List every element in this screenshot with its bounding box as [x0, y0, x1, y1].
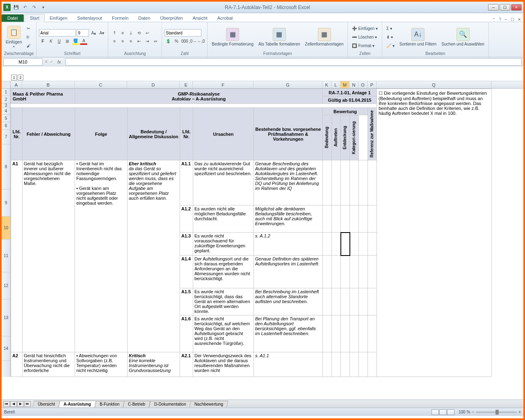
- sheet-tab-b-funktion[interactable]: B-Funktion: [94, 401, 125, 407]
- tab-nav-last[interactable]: ⏭: [24, 401, 31, 407]
- row-header-8[interactable]: 8: [2, 144, 10, 189]
- qat-menu-icon[interactable]: ▾: [39, 4, 47, 11]
- format-table-button[interactable]: ▦Als Tabelle formatieren: [257, 27, 302, 47]
- col-header-D[interactable]: D: [127, 81, 180, 88]
- autosum-icon[interactable]: Σ ▾: [385, 24, 396, 32]
- tab-einfuegen[interactable]: Einfügen: [45, 14, 72, 22]
- spreadsheet-grid[interactable]: 1 2 ABCDEFGKLMNOPQ 1234567891011121314 M…: [2, 66, 523, 399]
- dec-decimal-icon[interactable]: ←,0: [197, 37, 205, 45]
- tab-daten[interactable]: Daten: [133, 14, 155, 22]
- row-header-1[interactable]: 1: [2, 89, 10, 96]
- fill-color-icon[interactable]: 🪣: [72, 37, 79, 45]
- font-name-input[interactable]: [39, 29, 76, 37]
- tab-nav-next[interactable]: ▶: [17, 401, 24, 407]
- tab-seitenlayout[interactable]: Seitenlayout: [72, 14, 107, 22]
- indent-dec-icon[interactable]: ⇤: [135, 37, 143, 45]
- col-header-O[interactable]: O: [358, 81, 368, 88]
- outline-level-2[interactable]: 2: [18, 75, 23, 80]
- minimize-button[interactable]: ─: [488, 4, 499, 11]
- redo-icon[interactable]: ↷: [30, 4, 38, 11]
- row-header-12[interactable]: 12: [2, 272, 10, 299]
- bold-icon[interactable]: F: [39, 37, 46, 45]
- row-header-3[interactable]: 3: [2, 103, 10, 107]
- row-header-10[interactable]: 10: [2, 217, 10, 240]
- ribbon-minimize-icon[interactable]: ⌃: [492, 17, 495, 22]
- excel-icon[interactable]: X: [3, 4, 11, 11]
- row-header-6[interactable]: 6: [2, 122, 10, 130]
- row-header-11[interactable]: 11: [2, 240, 10, 272]
- doc-close-icon[interactable]: ✕: [518, 17, 521, 22]
- comma-icon[interactable]: 000: [181, 37, 188, 45]
- insert-cells-button[interactable]: ➕ Einfügen ▾: [350, 24, 379, 32]
- view-normal-icon[interactable]: [431, 409, 439, 415]
- col-header-M[interactable]: M: [340, 81, 349, 88]
- align-top-icon[interactable]: ⤒: [111, 29, 118, 37]
- row-header-13[interactable]: 13: [2, 299, 10, 336]
- help-icon[interactable]: ?: [499, 17, 501, 22]
- fill-icon[interactable]: ⬇ ▾: [385, 33, 396, 41]
- zoom-out-icon[interactable]: −: [472, 410, 474, 414]
- font-color-icon[interactable]: A: [80, 37, 87, 45]
- col-header-E[interactable]: E: [180, 81, 193, 88]
- orientation-icon[interactable]: ⟲: [135, 29, 143, 37]
- tab-nav-first[interactable]: ⏮: [3, 401, 10, 407]
- outline-level-1[interactable]: 1: [11, 75, 17, 80]
- enter-formula-icon[interactable]: ✓: [50, 59, 53, 64]
- col-header-K[interactable]: K: [322, 81, 331, 88]
- save-icon[interactable]: 💾: [12, 4, 20, 11]
- col-header-L[interactable]: L: [331, 81, 340, 88]
- view-pagebreak-icon[interactable]: [447, 409, 454, 415]
- formula-input[interactable]: [65, 58, 522, 66]
- file-tab[interactable]: Datei: [2, 14, 24, 22]
- tab-nav-prev[interactable]: ◀: [10, 401, 17, 407]
- doc-restore-icon[interactable]: ☐: [511, 17, 514, 22]
- border-icon[interactable]: ⊞: [64, 37, 71, 45]
- sheet-tab-d-dokumentation[interactable]: D-Dokumentation: [149, 401, 191, 407]
- doc-min-icon[interactable]: ─: [504, 17, 507, 22]
- paste-button[interactable]: 📋Einfügen▾: [4, 25, 23, 49]
- conditional-format-button[interactable]: ▦Bedingte Formatierung: [210, 27, 255, 47]
- wrap-text-icon[interactable]: ↩: [144, 29, 151, 37]
- align-center-icon[interactable]: ≡: [119, 37, 126, 45]
- cancel-formula-icon[interactable]: ✕: [44, 59, 48, 64]
- zoom-level[interactable]: 100 %: [459, 410, 470, 414]
- undo-icon[interactable]: ↶: [21, 4, 29, 11]
- grow-font-icon[interactable]: A▴: [90, 29, 97, 37]
- tab-ueberpruefen[interactable]: Überprüfen: [155, 14, 188, 22]
- italic-icon[interactable]: K: [47, 37, 55, 45]
- col-header-C[interactable]: C: [75, 81, 127, 88]
- underline-icon[interactable]: U: [55, 37, 63, 45]
- maximize-button[interactable]: ☐: [500, 4, 510, 11]
- percent-icon[interactable]: %: [173, 37, 180, 45]
- align-bottom-icon[interactable]: ⤓: [127, 29, 135, 37]
- col-header-G[interactable]: G: [253, 81, 322, 88]
- fx-icon[interactable]: fx: [57, 59, 61, 64]
- col-header-A[interactable]: A: [11, 81, 22, 88]
- row-header-4[interactable]: 4: [2, 107, 10, 115]
- col-header-B[interactable]: B: [22, 81, 75, 88]
- merge-icon[interactable]: ⇔: [152, 37, 159, 45]
- sheet-tab-c-betrieb[interactable]: C-Betrieb: [123, 401, 151, 407]
- row-header-14[interactable]: 14: [2, 336, 10, 361]
- currency-icon[interactable]: 💲: [164, 37, 172, 45]
- tab-acrobat[interactable]: Acrobat: [212, 14, 238, 22]
- font-size-input[interactable]: [77, 29, 89, 37]
- col-header-N[interactable]: N: [349, 81, 358, 88]
- cut-icon[interactable]: ✂: [25, 24, 32, 32]
- shrink-font-icon[interactable]: A▾: [98, 29, 105, 37]
- inc-decimal-icon[interactable]: ,0→: [189, 37, 196, 45]
- format-painter-icon[interactable]: 🖌: [25, 41, 32, 50]
- tab-start[interactable]: Start: [25, 14, 45, 22]
- name-box[interactable]: M10: [3, 58, 43, 66]
- view-layout-icon[interactable]: [439, 409, 447, 415]
- sheet-tab-a-ausrüstung[interactable]: A-Ausrüstung: [59, 401, 96, 407]
- zoom-in-icon[interactable]: +: [518, 410, 521, 414]
- copy-icon[interactable]: ⎘: [25, 33, 32, 41]
- indent-inc-icon[interactable]: ⇥: [144, 37, 151, 45]
- find-select-button[interactable]: 🔍Suchen und Auswählen: [440, 27, 486, 47]
- col-header-F[interactable]: F: [193, 81, 253, 88]
- clear-icon[interactable]: 🧹 ▾: [385, 41, 396, 50]
- select-all-corner[interactable]: [2, 81, 11, 88]
- sort-filter-button[interactable]: A↓Sortieren und Filtern: [398, 27, 438, 47]
- sheet-tab-übersicht[interactable]: Übersicht: [32, 401, 60, 407]
